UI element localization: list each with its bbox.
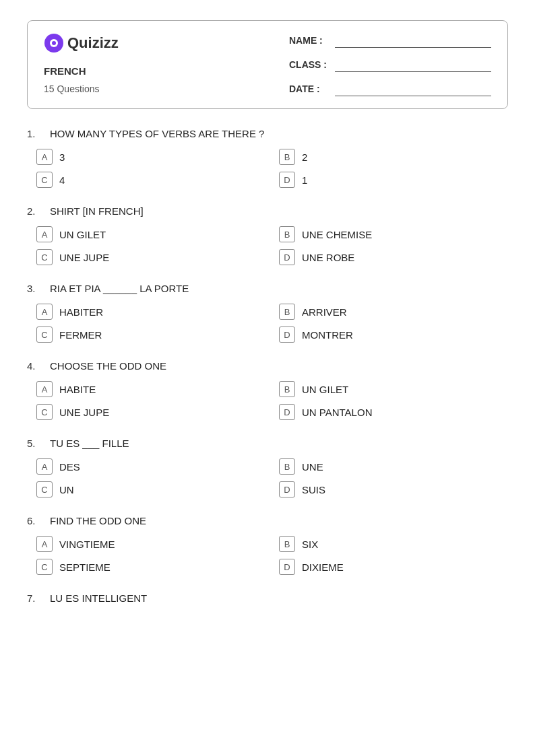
question-block-5: 5.TU ES ___ FILLEADESBUNECUNDSUIS <box>27 438 508 497</box>
option-text-1-a: 3 <box>59 151 65 163</box>
question-num-2: 2. <box>27 205 43 217</box>
class-label: CLASS : <box>289 59 329 70</box>
question-num-5: 5. <box>27 438 43 449</box>
question-block-1: 1.HOW MANY TYPES OF VERBS ARE THERE ?A3B… <box>27 128 508 188</box>
option-text-5-d: SUIS <box>302 484 325 495</box>
option-label-b: B <box>279 381 295 397</box>
question-text-7: LU ES INTELLIGENT <box>50 592 147 604</box>
option-label-c: C <box>36 481 53 497</box>
option-6-a[interactable]: AVINGTIEME <box>36 536 265 552</box>
option-text-2-a: UN GILET <box>59 229 106 240</box>
option-5-a[interactable]: ADES <box>36 458 265 475</box>
question-text-1: HOW MANY TYPES OF VERBS ARE THERE ? <box>50 128 264 139</box>
question-block-6: 6.FIND THE ODD ONEAVINGTIEMEBSIXCSEPTIEM… <box>27 515 508 575</box>
question-num-7: 7. <box>27 592 43 604</box>
option-text-3-a: HABITER <box>59 306 103 318</box>
option-3-d[interactable]: DMONTRER <box>279 327 508 343</box>
question-header-7: 7.LU ES INTELLIGENT <box>27 592 508 604</box>
option-text-1-b: 2 <box>302 151 307 163</box>
name-field-row: NAME : <box>289 33 491 48</box>
question-num-3: 3. <box>27 283 43 294</box>
option-label-b: B <box>279 149 295 165</box>
option-label-c: C <box>36 172 53 188</box>
question-block-2: 2.SHIRT [IN FRENCH]AUN GILETBUNE CHEMISE… <box>27 205 508 265</box>
question-text-4: CHOOSE THE ODD ONE <box>50 360 166 372</box>
option-3-a[interactable]: AHABITER <box>36 304 265 320</box>
option-text-2-d: UNE ROBE <box>302 252 354 263</box>
option-6-b[interactable]: BSIX <box>279 536 508 552</box>
question-block-7: 7.LU ES INTELLIGENT <box>27 592 508 613</box>
option-text-2-c: UNE JUPE <box>59 252 109 263</box>
options-grid-1: A3B2C4D1 <box>27 149 508 188</box>
option-1-d[interactable]: D1 <box>279 172 508 188</box>
option-6-d[interactable]: DDIXIEME <box>279 559 508 575</box>
option-text-6-d: DIXIEME <box>302 561 344 573</box>
subject-label: FRENCH <box>44 65 119 77</box>
option-label-b: B <box>279 458 295 475</box>
question-text-2: SHIRT [IN FRENCH] <box>50 205 144 217</box>
question-block-3: 3.RIA ET PIA ______ LA PORTEAHABITERBARR… <box>27 283 508 343</box>
question-text-5: TU ES ___ FILLE <box>50 438 129 449</box>
option-text-1-c: 4 <box>59 174 65 186</box>
option-5-b[interactable]: BUNE <box>279 458 508 475</box>
questions-count: 15 Questions <box>44 83 119 94</box>
date-label: DATE : <box>289 83 329 94</box>
options-grid-3: AHABITERBARRIVERCFERMERDMONTRER <box>27 304 508 343</box>
option-2-d[interactable]: DUNE ROBE <box>279 249 508 265</box>
option-1-c[interactable]: C4 <box>36 172 265 188</box>
option-label-c: C <box>36 327 53 343</box>
option-label-b: B <box>279 304 295 320</box>
option-2-b[interactable]: BUNE CHEMISE <box>279 226 508 242</box>
option-3-c[interactable]: CFERMER <box>36 327 265 343</box>
option-label-b: B <box>279 226 295 242</box>
option-label-d: D <box>279 249 295 265</box>
question-header-1: 1.HOW MANY TYPES OF VERBS ARE THERE ? <box>27 128 508 139</box>
option-label-d: D <box>279 327 295 343</box>
logo-icon <box>44 33 64 53</box>
option-label-a: A <box>36 381 53 397</box>
logo-text: Quizizz <box>67 34 119 52</box>
question-text-6: FIND THE ODD ONE <box>50 515 146 526</box>
header-box: Quizizz FRENCH 15 Questions NAME : CLASS… <box>27 20 508 109</box>
option-text-4-d: UN PANTALON <box>302 407 372 418</box>
date-field-row: DATE : <box>289 81 491 96</box>
option-label-a: A <box>36 536 53 552</box>
options-grid-5: ADESBUNECUNDSUIS <box>27 458 508 497</box>
option-text-3-d: MONTRER <box>302 329 353 341</box>
option-label-d: D <box>279 404 295 420</box>
option-2-c[interactable]: CUNE JUPE <box>36 249 265 265</box>
option-label-c: C <box>36 404 53 420</box>
logo: Quizizz <box>44 33 119 53</box>
option-label-a: A <box>36 226 53 242</box>
option-5-d[interactable]: DSUIS <box>279 481 508 497</box>
question-text-3: RIA ET PIA ______ LA PORTE <box>50 283 189 294</box>
option-text-5-a: DES <box>59 461 80 473</box>
option-text-6-b: SIX <box>302 539 318 550</box>
header-right: NAME : CLASS : DATE : <box>289 33 491 96</box>
option-text-3-c: FERMER <box>59 329 102 341</box>
option-4-a[interactable]: AHABITE <box>36 381 265 397</box>
question-num-1: 1. <box>27 128 43 139</box>
option-4-b[interactable]: BUN GILET <box>279 381 508 397</box>
option-text-4-a: HABITE <box>59 384 96 395</box>
option-label-c: C <box>36 249 53 265</box>
option-6-c[interactable]: CSEPTIEME <box>36 559 265 575</box>
option-1-a[interactable]: A3 <box>36 149 265 165</box>
option-1-b[interactable]: B2 <box>279 149 508 165</box>
option-2-a[interactable]: AUN GILET <box>36 226 265 242</box>
option-text-4-b: UN GILET <box>302 384 348 395</box>
option-5-c[interactable]: CUN <box>36 481 265 497</box>
option-label-d: D <box>279 481 295 497</box>
header-left: Quizizz FRENCH 15 Questions <box>44 33 119 94</box>
option-3-b[interactable]: BARRIVER <box>279 304 508 320</box>
option-4-d[interactable]: DUN PANTALON <box>279 404 508 420</box>
option-label-d: D <box>279 172 295 188</box>
option-4-c[interactable]: CUNE JUPE <box>36 404 265 420</box>
options-grid-4: AHABITEBUN GILETCUNE JUPEDUN PANTALON <box>27 381 508 420</box>
option-text-6-c: SEPTIEME <box>59 561 111 573</box>
option-label-a: A <box>36 458 53 475</box>
svg-point-2 <box>52 41 56 45</box>
option-text-3-b: ARRIVER <box>302 306 347 318</box>
question-header-4: 4.CHOOSE THE ODD ONE <box>27 360 508 372</box>
option-label-b: B <box>279 536 295 552</box>
